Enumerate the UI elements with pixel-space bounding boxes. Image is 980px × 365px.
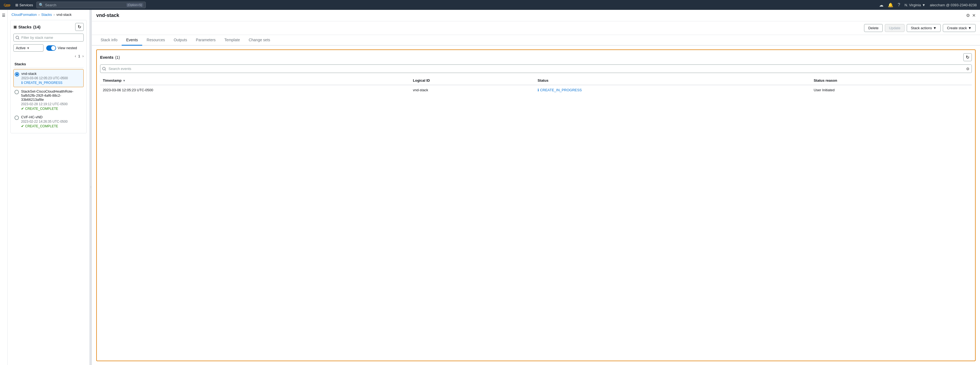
breadcrumb-sep-2: ›: [54, 13, 55, 17]
stack-actions-button[interactable]: Stack actions ▼: [907, 24, 940, 32]
right-panel: vnd-stack ⚙ ✕ Delete Update Stack action…: [92, 10, 980, 365]
tab-events[interactable]: Events: [122, 35, 142, 46]
stack-item[interactable]: StackSet-CiscoCloudHealthRole-5afb52fb-2…: [13, 87, 84, 113]
settings-icon[interactable]: ⚙: [966, 13, 970, 18]
user-menu[interactable]: aleccham @ 0393-2340-8238: [930, 3, 977, 7]
cell-timestamp-0: 2023-03-06 12:05:23 UTC-0500: [100, 85, 410, 95]
sort-icon[interactable]: ▼: [123, 79, 126, 82]
cell-logical-id-0: vnd-stack: [410, 85, 535, 95]
stack-info-0: vnd-stack 2023-03-06 12:05:23 UTC-0500 ℹ…: [21, 71, 68, 85]
search-input[interactable]: [45, 3, 125, 7]
status-info-icon-0: ℹ: [538, 88, 539, 92]
stack-radio-1[interactable]: [14, 90, 19, 94]
svg-text:aws: aws: [6, 3, 11, 6]
create-stack-chevron-icon: ▼: [968, 26, 972, 30]
tab-parameters[interactable]: Parameters: [191, 35, 220, 46]
stack-status-2: ✔ CREATE_COMPLETE: [21, 124, 68, 128]
page-number: 1: [78, 54, 80, 58]
next-page-button[interactable]: ›: [82, 54, 84, 58]
search-shortcut: [Option+S]: [126, 3, 143, 7]
table-row: 2023-03-06 12:05:23 UTC-0500 vnd-stack ℹ…: [100, 85, 972, 95]
chevron-down-icon: ▼: [922, 3, 926, 7]
col-status-reason: Status reason: [811, 76, 972, 85]
breadcrumb-cloudformation[interactable]: CloudFormation: [11, 13, 37, 17]
grid-icon: ⊞: [15, 3, 18, 7]
stack-name-filter-input[interactable]: [13, 33, 84, 41]
stacks-icon: ▣: [13, 25, 17, 29]
help-icon[interactable]: ?: [898, 2, 900, 7]
tab-outputs[interactable]: Outputs: [169, 35, 191, 46]
resize-handle[interactable]: ··: [90, 10, 92, 365]
events-refresh-button[interactable]: ↻: [963, 53, 972, 61]
region-selector[interactable]: N. Virginia ▼: [905, 3, 926, 7]
stack-status-label-1: CREATE_COMPLETE: [25, 107, 58, 111]
tabs: Stack info Events Resources Outputs Para…: [92, 35, 980, 46]
col-logical-id-label: Logical ID: [413, 78, 430, 83]
cell-status-reason-0: User Initiated: [811, 85, 972, 95]
search-settings-icon[interactable]: ⚙: [966, 67, 970, 71]
create-stack-button[interactable]: Create stack ▼: [943, 24, 975, 32]
services-label: Services: [19, 3, 33, 7]
create-stack-label: Create stack: [947, 26, 967, 30]
status-filter-dropdown[interactable]: Active ▼: [13, 44, 43, 52]
status-link-0[interactable]: CREATE_IN_PROGRESS: [540, 88, 582, 92]
stack-radio-2[interactable]: [14, 116, 19, 120]
prev-page-button[interactable]: ‹: [75, 54, 76, 58]
tab-resources[interactable]: Resources: [142, 35, 169, 46]
search-events-wrap: ⚙: [100, 65, 972, 73]
stacks-header: ▣ Stacks (14) ↻: [13, 23, 84, 31]
breadcrumb-current: vnd-stack: [56, 13, 72, 17]
search-bar[interactable]: 🔍 [Option+S]: [37, 2, 146, 8]
stack-item[interactable]: CVF-HC-vND 2023-02-22 14:26:35 UTC-0500 …: [13, 113, 84, 130]
tab-template[interactable]: Template: [220, 35, 245, 46]
search-icon: 🔍: [39, 3, 43, 7]
stacks-pagination: ‹ 1 ›: [13, 54, 84, 58]
stack-item[interactable]: vnd-stack 2023-03-06 12:05:23 UTC-0500 ℹ…: [13, 69, 84, 87]
delete-button[interactable]: Delete: [864, 24, 883, 32]
stack-radio-0[interactable]: [15, 72, 19, 76]
left-panel: CloudFormation › Stacks › vnd-stack ▣ St…: [8, 10, 90, 365]
stacks-label: Stacks: [18, 25, 32, 29]
stacks-panel: ▣ Stacks (14) ↻ Active ▼: [10, 20, 87, 133]
search-events-input[interactable]: [100, 65, 972, 73]
svg-point-3: [103, 67, 105, 70]
stack-status-0: ℹ CREATE_IN_PROGRESS: [21, 81, 68, 85]
view-nested-toggle[interactable]: View nested: [46, 45, 77, 51]
cloud-icon[interactable]: ☁: [879, 2, 883, 8]
cell-status-0: ℹ CREATE_IN_PROGRESS: [535, 85, 811, 95]
stack-date-2: 2023-02-22 14:26:35 UTC-0500: [21, 120, 68, 124]
breadcrumb: CloudFormation › Stacks › vnd-stack: [8, 10, 89, 18]
aws-logo[interactable]: aws: [3, 2, 12, 8]
sidebar-toggle[interactable]: ☰: [0, 10, 8, 365]
close-icon[interactable]: ✕: [972, 13, 975, 18]
filter-search-icon: [16, 36, 19, 40]
check-icon-1: ✔: [21, 106, 24, 111]
toggle-knob: [51, 46, 56, 50]
stack-list-header: Stacks: [13, 60, 84, 68]
filter-row: Active ▼ View nested: [13, 44, 84, 52]
svg-point-1: [16, 36, 19, 39]
status-filter-label: Active: [16, 46, 25, 50]
services-button[interactable]: ⊞ Services: [15, 3, 33, 7]
stack-actions-label: Stack actions: [911, 26, 932, 30]
breadcrumb-stacks[interactable]: Stacks: [41, 13, 52, 17]
stack-name-0: vnd-stack: [21, 71, 68, 76]
toggle-switch[interactable]: [46, 45, 56, 51]
region-label: N. Virginia: [905, 3, 921, 7]
tab-change-sets[interactable]: Change sets: [244, 35, 275, 46]
svg-line-2: [18, 38, 19, 39]
events-section: Events (1) ↻ ⚙: [96, 49, 975, 361]
filter-input-wrap: [13, 33, 84, 41]
check-icon-2: ✔: [21, 124, 24, 128]
svg-line-4: [105, 70, 106, 70]
stack-actions-chevron-icon: ▼: [933, 26, 937, 30]
col-status-label: Status: [538, 78, 549, 83]
action-bar: Delete Update Stack actions ▼ Create sta…: [92, 21, 980, 35]
refresh-button[interactable]: ↻: [75, 23, 84, 31]
nav-icons: ☁ 🔔 ? N. Virginia ▼ aleccham @ 0393-2340…: [879, 2, 977, 8]
tab-stack-info[interactable]: Stack info: [96, 35, 122, 46]
stack-date-0: 2023-03-06 12:05:23 UTC-0500: [21, 76, 68, 80]
main-layout: ☰ CloudFormation › Stacks › vnd-stack ▣ …: [0, 10, 980, 365]
stack-status-1: ✔ CREATE_COMPLETE: [21, 106, 83, 111]
bell-icon[interactable]: 🔔: [888, 2, 893, 8]
